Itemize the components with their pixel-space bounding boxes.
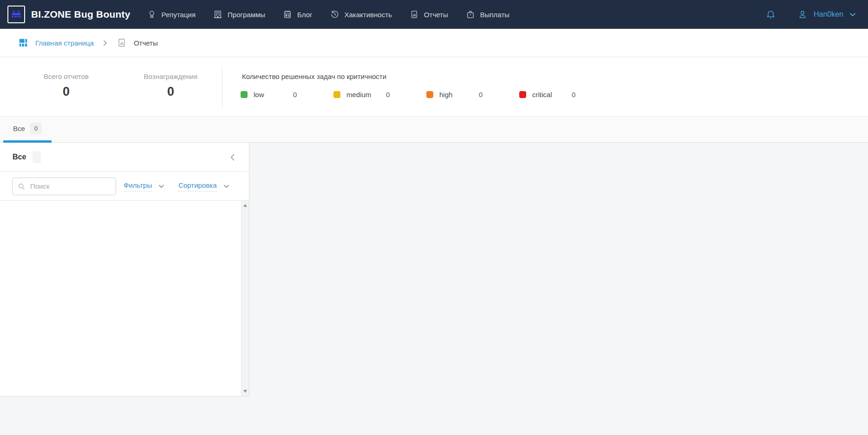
legend-item-high: high 0 xyxy=(426,91,519,99)
legend-value: 0 xyxy=(293,91,297,99)
brand-home-link[interactable]: BI.ZONE Bug Bounty xyxy=(7,6,131,23)
nav-item-blog[interactable]: Блог xyxy=(283,10,312,19)
history-icon xyxy=(330,10,339,19)
nav-item-label: Репутация xyxy=(162,11,196,19)
filters-label: Фильтры xyxy=(124,181,152,191)
legend-item-low: low 0 xyxy=(241,91,333,99)
scroll-up-icon[interactable] xyxy=(243,204,247,207)
briefcase-icon xyxy=(466,10,475,19)
search-icon xyxy=(18,183,26,191)
chevron-down-icon xyxy=(223,185,229,188)
nav-item-payouts[interactable]: Выплаты xyxy=(466,10,509,19)
severity-swatch-high xyxy=(426,91,433,98)
stat-value: 0 xyxy=(123,85,218,99)
sort-dropdown[interactable]: Сортировка xyxy=(178,181,229,191)
legend-item-critical: critical 0 xyxy=(519,91,612,99)
breadcrumb-home-label: Главная страница xyxy=(35,39,94,47)
main-content: Все Фильтры xyxy=(0,143,868,435)
filter-row: Фильтры Сортировка xyxy=(0,172,249,201)
panel-title: Все xyxy=(13,153,26,161)
user-name: Han0ken xyxy=(814,10,843,19)
severity-title: Количество решенных задач по критичности xyxy=(242,72,386,80)
stats-bar: Всего отчетов 0 Вознаграждения 0 Количес… xyxy=(0,57,868,117)
notebook-icon xyxy=(283,10,292,19)
building-icon xyxy=(213,10,222,19)
brand-title: BI.ZONE Bug Bounty xyxy=(31,9,131,20)
chevron-down-icon xyxy=(849,13,856,17)
dashboard-icon xyxy=(18,38,28,48)
top-navbar: BI.ZONE Bug Bounty Репутация Программы xyxy=(0,0,868,29)
nav-item-label: Хакактивность xyxy=(345,11,392,19)
report-icon xyxy=(117,38,127,48)
reports-list-panel: Все Фильтры xyxy=(0,143,249,396)
tab-label: Все xyxy=(13,125,25,132)
nav-item-hackactivity[interactable]: Хакактивность xyxy=(330,10,392,19)
legend-label: high xyxy=(439,91,479,99)
nav-item-label: Программы xyxy=(228,11,265,19)
nav-item-programs[interactable]: Программы xyxy=(213,10,265,19)
user-icon xyxy=(797,9,808,20)
collapse-panel-button[interactable] xyxy=(228,152,236,163)
nav-item-label: Отчеты xyxy=(424,11,448,19)
app-root: BI.ZONE Bug Bounty Репутация Программы xyxy=(0,0,868,435)
legend-item-medium: medium 0 xyxy=(333,91,426,99)
bizone-logo-icon xyxy=(7,6,25,23)
severity-legend: low 0 medium 0 high 0 critical 0 xyxy=(241,91,612,99)
scrollbar[interactable] xyxy=(241,201,249,396)
chevron-down-icon xyxy=(158,185,164,188)
severity-swatch-low xyxy=(241,91,248,98)
legend-value: 0 xyxy=(386,91,390,99)
legend-label: medium xyxy=(346,91,386,99)
search-input[interactable] xyxy=(12,178,116,195)
stat-rewards: Вознаграждения 0 xyxy=(123,72,218,99)
legend-value: 0 xyxy=(479,91,483,99)
breadcrumb-current: Отчеты xyxy=(117,38,158,48)
vertical-divider xyxy=(222,67,222,108)
search-box xyxy=(12,178,116,195)
breadcrumb-home[interactable]: Главная страница xyxy=(18,38,94,48)
stat-label: Вознаграждения xyxy=(123,72,218,80)
nav-item-reports[interactable]: Отчеты xyxy=(410,10,448,19)
tab-strip: Все 0 xyxy=(0,117,868,143)
nav-item-reputation[interactable]: Репутация xyxy=(147,10,196,19)
tab-all[interactable]: Все 0 xyxy=(3,117,52,143)
tab-count-badge: 0 xyxy=(30,123,42,134)
main-menu: Репутация Программы Блог xyxy=(147,10,509,19)
navbar-right: Han0ken xyxy=(765,9,856,20)
report-icon xyxy=(410,10,419,19)
scroll-down-icon[interactable] xyxy=(243,390,247,393)
severity-swatch-medium xyxy=(333,91,340,98)
stat-value: 0 xyxy=(19,85,114,99)
sort-label: Сортировка xyxy=(178,181,216,191)
legend-value: 0 xyxy=(572,91,575,99)
stat-total-reports: Всего отчетов 0 xyxy=(19,72,114,99)
panel-header: Все xyxy=(0,143,249,172)
legend-label: low xyxy=(254,91,293,99)
medal-icon xyxy=(147,10,157,19)
legend-label: critical xyxy=(532,91,572,99)
nav-item-label: Блог xyxy=(297,11,312,19)
panel-count-badge xyxy=(33,151,41,163)
breadcrumb-current-label: Отчеты xyxy=(134,39,158,47)
nav-item-label: Выплаты xyxy=(480,11,509,19)
stat-label: Всего отчетов xyxy=(19,72,114,80)
chevron-right-icon xyxy=(103,40,107,46)
breadcrumb: Главная страница Отчеты xyxy=(0,29,868,57)
user-menu[interactable]: Han0ken xyxy=(797,9,856,20)
filters-dropdown[interactable]: Фильтры xyxy=(124,181,164,191)
bell-icon[interactable] xyxy=(765,9,776,20)
reports-list xyxy=(0,201,249,396)
severity-swatch-critical xyxy=(519,91,526,98)
